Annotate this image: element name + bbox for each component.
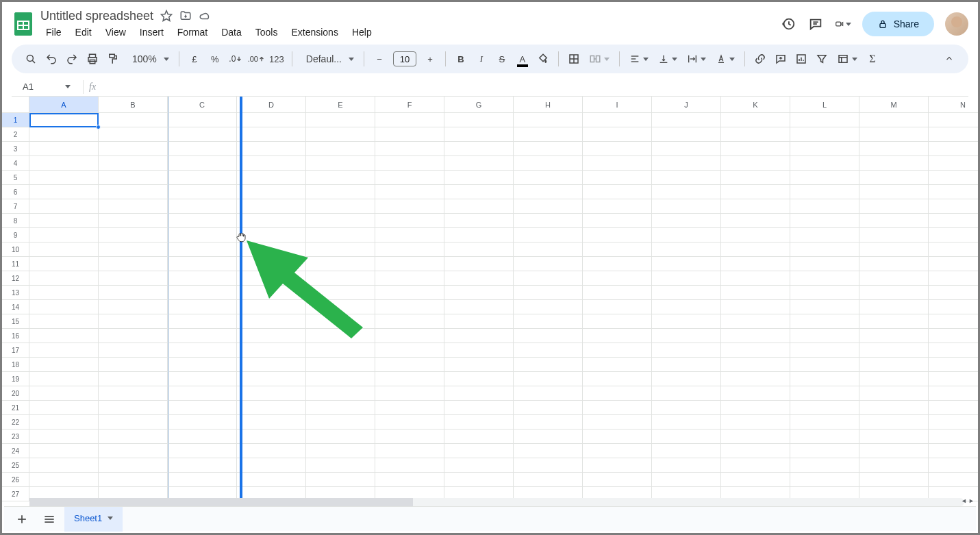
cell[interactable] (514, 286, 583, 300)
cell[interactable] (237, 127, 306, 142)
cell[interactable] (721, 415, 790, 430)
cell[interactable] (99, 473, 168, 487)
cell[interactable] (583, 444, 652, 458)
name-box[interactable]: A1 (12, 82, 77, 92)
cell[interactable] (168, 386, 237, 401)
row-header-21[interactable]: 21 (2, 401, 29, 415)
cell[interactable] (790, 242, 859, 257)
cell[interactable] (790, 372, 859, 386)
cell[interactable] (929, 314, 978, 329)
cell[interactable] (237, 372, 306, 386)
col-header-G[interactable]: G (444, 97, 514, 112)
row-header-22[interactable]: 22 (2, 415, 29, 430)
cell[interactable] (859, 415, 929, 430)
cell[interactable] (790, 458, 859, 473)
cell[interactable] (514, 415, 583, 430)
currency-button[interactable]: £ (185, 49, 204, 69)
cell[interactable] (237, 386, 306, 401)
cell[interactable] (29, 401, 99, 415)
cell[interactable] (929, 444, 978, 458)
cell[interactable] (790, 386, 859, 401)
cell[interactable] (168, 314, 237, 329)
cell[interactable] (168, 127, 237, 142)
cell[interactable] (168, 329, 237, 343)
cell[interactable] (237, 401, 306, 415)
cell[interactable] (375, 214, 444, 228)
cell[interactable] (652, 242, 721, 257)
cell[interactable] (237, 171, 306, 185)
cell[interactable] (652, 171, 721, 185)
cell[interactable] (583, 228, 652, 242)
cell[interactable] (168, 228, 237, 242)
cell[interactable] (168, 171, 237, 185)
cell[interactable] (29, 242, 99, 257)
col-header-F[interactable]: F (375, 97, 444, 112)
cell[interactable] (583, 257, 652, 271)
col-header-C[interactable]: C (168, 97, 237, 112)
cell[interactable] (237, 358, 306, 372)
cloud-status-icon[interactable] (199, 10, 211, 22)
cell[interactable] (237, 185, 306, 199)
cell[interactable] (652, 113, 721, 127)
cell[interactable] (375, 171, 444, 185)
cell[interactable] (790, 127, 859, 142)
cell[interactable] (237, 257, 306, 271)
merge-button[interactable] (585, 53, 614, 65)
cell[interactable] (99, 185, 168, 199)
cell[interactable] (29, 458, 99, 473)
cell[interactable] (99, 444, 168, 458)
decrease-decimal-button[interactable]: .0 (226, 49, 245, 69)
cell[interactable] (583, 286, 652, 300)
cell[interactable] (168, 199, 237, 214)
menu-help[interactable]: Help (347, 25, 377, 40)
cell[interactable] (444, 113, 514, 127)
col-header-J[interactable]: J (652, 97, 721, 112)
increase-decimal-button[interactable]: .00 (247, 49, 266, 69)
column-resize-guide[interactable] (240, 97, 242, 498)
vertical-align-button[interactable] (654, 53, 681, 64)
cell[interactable] (721, 185, 790, 199)
cell[interactable] (721, 329, 790, 343)
row-header-9[interactable]: 9 (2, 228, 29, 242)
cell[interactable] (514, 343, 583, 358)
cell[interactable] (583, 372, 652, 386)
cell[interactable] (721, 142, 790, 156)
cell[interactable] (652, 300, 721, 314)
cell[interactable] (29, 358, 99, 372)
cell[interactable] (652, 199, 721, 214)
cell[interactable] (583, 314, 652, 329)
cell[interactable] (29, 113, 99, 127)
cell[interactable] (237, 113, 306, 127)
cell[interactable] (375, 358, 444, 372)
cell[interactable] (652, 430, 721, 444)
cell[interactable] (306, 415, 375, 430)
cell[interactable] (306, 386, 375, 401)
cell[interactable] (444, 127, 514, 142)
cell[interactable] (790, 444, 859, 458)
cell[interactable] (306, 142, 375, 156)
cell[interactable] (29, 185, 99, 199)
cell[interactable] (929, 358, 978, 372)
cell[interactable] (375, 473, 444, 487)
cell[interactable] (99, 171, 168, 185)
cell[interactable] (237, 444, 306, 458)
borders-button[interactable] (564, 49, 583, 69)
cell[interactable] (652, 185, 721, 199)
cell[interactable] (514, 358, 583, 372)
cell[interactable] (168, 286, 237, 300)
cell[interactable] (168, 271, 237, 286)
cell[interactable] (237, 458, 306, 473)
row-header-26[interactable]: 26 (2, 473, 29, 487)
cell[interactable] (790, 415, 859, 430)
cell[interactable] (168, 113, 237, 127)
collapse-toolbar-icon[interactable] (940, 49, 959, 69)
cell[interactable] (99, 329, 168, 343)
cell[interactable] (929, 329, 978, 343)
filter-button[interactable] (812, 49, 831, 69)
cell[interactable] (721, 156, 790, 171)
cell[interactable] (237, 343, 306, 358)
share-button[interactable]: Share (862, 12, 934, 36)
cell[interactable] (514, 401, 583, 415)
cell[interactable] (929, 228, 978, 242)
cell[interactable] (583, 113, 652, 127)
